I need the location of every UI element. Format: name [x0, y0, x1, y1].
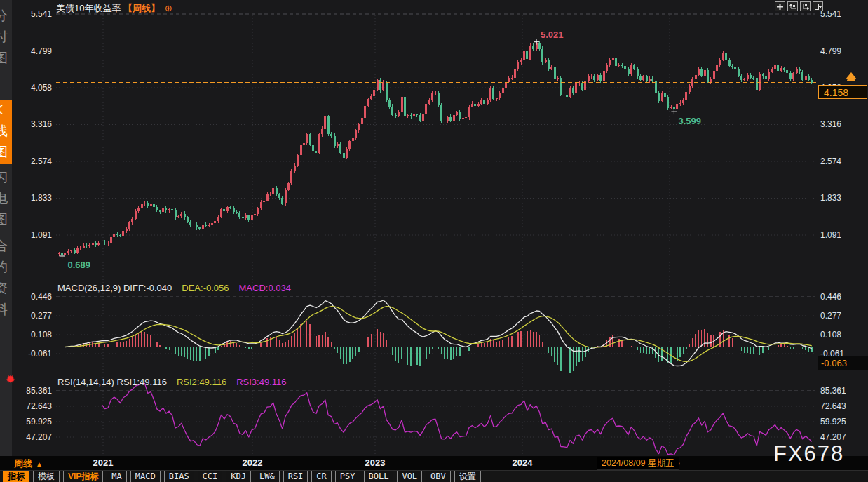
macd-name-and-diff: MACD(26,12,9) DIFF:-0.040: [57, 283, 172, 293]
main-y-tick-left: 2.574: [11, 156, 52, 167]
x-axis-year-label: 2023: [365, 457, 386, 468]
rsi3-value: RSI3:49.116: [236, 377, 286, 387]
main-y-tick-right: 1.833: [820, 192, 841, 203]
macd-dea-value: DEA:-0.056: [182, 283, 229, 293]
pan-tool-icon[interactable]: [775, 1, 785, 11]
main-y-tick-left: 1.833: [11, 192, 52, 203]
period-badge: 【周线】: [123, 3, 160, 13]
main-y-tick-left: 4.058: [11, 82, 52, 93]
indicator-toolbar: 指标模板VIP指标MAMACDBIASCCIKDJLW&RSICRPSYBOLL…: [0, 470, 868, 482]
macd-header: MACD(26,12,9) DIFF:-0.040DEA:-0.056MACD:…: [57, 283, 291, 293]
tab-template[interactable]: 模板: [33, 471, 60, 482]
main-y-tick-right: 3.316: [820, 119, 841, 130]
sidebar-item-timeshare[interactable]: 分 时 图: [0, 6, 12, 84]
sidebar-item-label: K 线 图: [0, 100, 10, 163]
sidebar-item-label: 合 约 资 料: [0, 236, 10, 320]
x-axis-year-label: 2022: [243, 457, 263, 468]
rsi-y-tick-right: 59.925: [820, 416, 846, 427]
tab-kdj[interactable]: KDJ: [226, 471, 251, 482]
macd-last-value-tag: -0.063: [818, 356, 868, 370]
chart-toolbar: [775, 1, 823, 11]
rsi-y-tick-left: 72.643: [11, 401, 52, 412]
sidebar-item-kline[interactable]: K 线 图: [0, 100, 12, 164]
tab-cr[interactable]: CR: [311, 471, 331, 482]
tab-boll[interactable]: BOLL: [364, 471, 394, 482]
tab-macd[interactable]: MACD: [130, 471, 161, 482]
x-axis-year-label: 2021: [93, 457, 114, 468]
alert-burst-icon: ✹: [6, 373, 15, 386]
main-y-tick-right: 2.574: [820, 156, 841, 167]
macd-diff-line: [65, 300, 812, 366]
instrument-name: 美债10年收益率: [56, 3, 121, 13]
macd-y-tick-left: 0.277: [11, 310, 52, 321]
x-axis-year-label: 2024: [513, 457, 533, 468]
tab-cci[interactable]: CCI: [198, 471, 223, 482]
cursor-date-label: 2024/08/09 星期五: [597, 457, 679, 470]
rsi-y-tick-right: 72.643: [820, 401, 846, 412]
main-y-tick-left: 3.316: [11, 119, 52, 130]
rsi-header: RSI(14,14,14) RSI1:49.116RSI2:49.116RSI3…: [57, 377, 287, 387]
tab-ma[interactable]: MA: [107, 471, 126, 482]
tab-bias[interactable]: BIAS: [164, 471, 194, 482]
svg-text:0.689: 0.689: [68, 260, 91, 270]
rsi-y-tick-right: 47.207: [820, 431, 846, 443]
jump-to-latest-icon[interactable]: [846, 72, 857, 79]
tab-psy[interactable]: PSY: [335, 471, 360, 482]
sidebar-item-contract-info[interactable]: 合 约 资 料: [0, 236, 12, 321]
tab-lwr[interactable]: LW&: [255, 471, 280, 482]
main-y-tick-right: 5.541: [820, 8, 841, 20]
x-axis-strip: 周线▲ 202120222023202420252024/08/09 星期五: [0, 456, 868, 470]
rsi2-value: RSI2:49.116: [177, 377, 226, 387]
y-scale-tool-icon[interactable]: [787, 1, 798, 11]
chevron-up-icon: ▲: [36, 460, 43, 468]
macd-macd-value: MACD:0.034: [239, 283, 291, 293]
macd-y-tick-right: 0.108: [820, 329, 841, 340]
main-y-tick-left: 1.091: [11, 229, 52, 241]
macd-y-tick-left: 0.446: [11, 291, 52, 302]
rsi-line: [102, 383, 812, 455]
sidebar-item-label: 闪 电 图: [0, 167, 10, 230]
macd-y-tick-left: -0.061: [11, 348, 52, 359]
sidebar-item-tick[interactable]: 闪 电 图: [0, 167, 12, 232]
tab-vol[interactable]: VOL: [397, 471, 422, 482]
tab-vip-indicator[interactable]: VIP指标: [63, 471, 103, 482]
period-selector[interactable]: 周线▲: [14, 457, 43, 470]
sidebar-item-label: 分 时 图: [0, 6, 10, 69]
tab-obv[interactable]: OBV: [426, 471, 451, 482]
zoom-in-icon[interactable]: ⊕: [165, 3, 172, 13]
rsi-name-and-rsi1: RSI(14,14,14) RSI1:49.116: [57, 377, 167, 387]
candlestick-series: [58, 41, 813, 257]
chart-type-sidebar: 分 时 图K 线 图闪 电 图合 约 资 料: [0, 0, 12, 456]
rsi-y-tick-right: 85.361: [820, 385, 846, 396]
x-scale-tool-icon[interactable]: [800, 1, 811, 11]
last-price-tag: 4.158: [818, 85, 867, 99]
main-y-tick-right: 1.091: [820, 229, 841, 241]
svg-text:3.599: 3.599: [678, 116, 701, 126]
svg-text:5.021: 5.021: [541, 29, 564, 40]
trading-app-window: 5.0210.6893.599 分 时 图K 线 图闪 电 图合 约 资 料 美…: [0, 0, 868, 482]
rsi-y-tick-left: 59.925: [11, 416, 52, 427]
macd-y-tick-right: 0.446: [820, 291, 841, 302]
main-y-tick-right: 4.799: [820, 46, 841, 57]
tab-settings[interactable]: 设置: [454, 471, 481, 482]
chart-title: 美债10年收益率 【周线】 ⊕: [56, 2, 172, 15]
rsi-y-tick-left: 85.361: [11, 385, 52, 396]
macd-y-tick-right: 0.277: [820, 310, 841, 321]
chart-canvas[interactable]: 5.0210.6893.599: [0, 0, 868, 482]
pane-expand-tool-icon[interactable]: [813, 1, 823, 11]
main-y-tick-left: 4.799: [11, 46, 52, 57]
main-y-tick-left: 5.541: [11, 8, 52, 20]
rsi-y-tick-left: 47.207: [11, 431, 52, 443]
tab-indicator[interactable]: 指标: [3, 471, 29, 482]
macd-y-tick-left: 0.108: [11, 329, 52, 340]
tab-rsi[interactable]: RSI: [283, 471, 308, 482]
